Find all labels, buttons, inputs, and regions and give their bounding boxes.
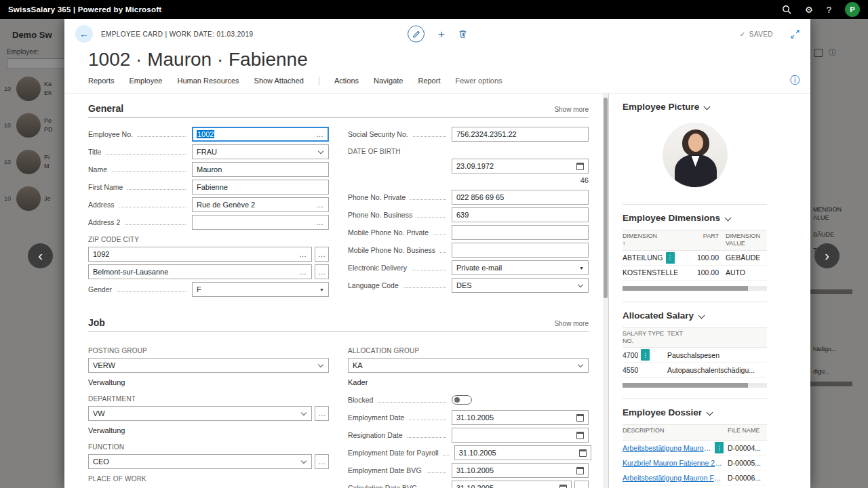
address-input[interactable]: Rue de Genève 2… [192,197,329,212]
field-allocation-group: KA [348,358,589,373]
function-lookup-button[interactable]: … [315,454,329,469]
department-input[interactable]: VW [88,406,312,421]
profile-avatar[interactable]: P [845,2,860,17]
phone-private-input[interactable]: 022 856 69 65 [452,190,589,205]
calendar-icon[interactable] [559,485,567,488]
help-icon[interactable]: ? [827,5,831,14]
dossier-row[interactable]: Arbeitsbestätigung Mauron Fa... D-00006.… [623,470,767,485]
new-button[interactable]: + [438,27,445,41]
calendar-icon[interactable] [579,449,587,457]
function-input[interactable]: CEO [88,454,312,469]
allocation-group-input[interactable]: KA [348,358,589,373]
delete-button[interactable] [458,30,467,39]
dossier-row[interactable]: Arbeitsbestätigung Mauron Fa...⋮ D-00004… [623,441,767,455]
employee-photo[interactable] [663,123,728,188]
scrollbar-thumb[interactable] [604,98,608,298]
edit-button[interactable] [408,26,425,43]
dossier-link[interactable]: Kurzbrief Mauron Fabienne 28... [623,459,724,467]
employee-no-input[interactable]: 1002… [192,127,329,142]
employment-date-input[interactable]: 31.10.2005 [452,410,589,425]
gender-select[interactable]: F▼ [192,282,329,297]
city-lookup-button[interactable]: … [315,264,329,279]
next-record-button[interactable]: › [814,243,840,268]
assist-edit-icon[interactable]: … [299,250,307,258]
phone-business-input[interactable]: 639 [452,207,589,222]
menu-fewer-options[interactable]: Fewer options [455,77,502,85]
social-security-input[interactable]: 756.2324.2351.22 [452,127,589,142]
search-icon[interactable] [782,5,791,14]
horizontal-scrollbar[interactable] [623,286,767,291]
employee-picture-header[interactable]: Employee Picture [623,102,767,112]
blocked-toggle[interactable] [452,395,472,405]
employment-date-payroll-input[interactable]: 31.10.2005 [454,445,591,460]
dropdown-triangle-icon[interactable]: ▼ [319,287,324,292]
calendar-icon[interactable] [576,414,584,422]
scrollbar-thumb[interactable] [623,286,748,291]
employment-date-bvg-input[interactable]: 31.10.2005 [452,463,589,478]
dimension-row[interactable]: KOSTENSTELLE 100.00 AUTO [623,266,767,281]
zip-lookup-button[interactable]: … [315,247,329,262]
show-more-link[interactable]: Show more [554,320,589,327]
department-lookup-button[interactable]: … [315,406,329,421]
previous-record-button[interactable]: ‹ [28,243,53,268]
zip-input[interactable]: 1092… [88,247,312,262]
salary-row[interactable]: 4700⋮ Pauschalspesen [623,348,767,363]
assist-edit-icon[interactable]: … [299,268,307,276]
chevron-down-icon[interactable] [578,361,583,367]
posting-group-input[interactable]: VERW [88,358,329,373]
title-input[interactable]: FRAU [192,144,329,159]
menu-actions[interactable]: Actions [334,77,359,85]
assist-edit-icon[interactable]: … [316,201,324,209]
menu-employee[interactable]: Employee [130,77,163,85]
city-input[interactable]: Belmont-sur-Lausanne… [88,264,312,279]
menu-show-attached[interactable]: Show Attached [254,77,304,85]
back-button[interactable]: ← [75,25,93,43]
calculation-date-bvg-assist-button[interactable]: … [574,481,589,488]
calendar-icon[interactable] [576,163,584,170]
menu-human-resources[interactable]: Human Resources [177,77,239,85]
dotted-leader [127,189,186,190]
employee-dimensions-header[interactable]: Employee Dimensions [623,213,767,223]
scrollbar-thumb[interactable] [623,383,748,388]
chevron-down-icon[interactable] [301,458,307,463]
electronic-delivery-select[interactable]: Private e-mail▼ [452,260,589,275]
assist-edit-icon[interactable]: … [316,218,324,226]
field-blocked: Blocked [348,392,589,407]
salary-row[interactable]: 4550 Autopauschalentschädigu... [623,363,767,378]
dimension-row[interactable]: ABTEILUNG⋮ 100.00 GEBÄUDE [623,251,767,266]
allocated-salary-header[interactable]: Allocated Salary [623,310,767,321]
menu-report[interactable]: Report [418,77,440,85]
row-menu-button[interactable]: ⋮ [666,252,675,264]
calendar-icon[interactable] [576,467,584,474]
dropdown-triangle-icon[interactable]: ▼ [579,266,584,270]
calendar-icon[interactable] [576,432,584,439]
dossier-link[interactable]: Arbeitsbestätigung Mauron Fa... [623,474,724,482]
chevron-down-icon[interactable] [318,361,323,367]
employee-dossier-header[interactable]: Employee Dossier [623,407,767,418]
chevron-down-icon[interactable] [301,409,307,415]
menu-reports[interactable]: Reports [88,77,115,85]
vertical-scrollbar[interactable] [603,94,608,488]
dossier-link[interactable]: Arbeitsbestätigung Mauron Fa... [623,444,712,452]
assist-edit-icon[interactable]: … [316,130,324,138]
menu-navigate[interactable]: Navigate [374,77,403,85]
expand-icon[interactable] [791,30,800,39]
show-more-link[interactable]: Show more [554,106,589,113]
row-menu-button[interactable]: ⋮ [715,442,724,453]
resignation-date-input[interactable] [452,428,589,443]
language-code-input[interactable]: DES [452,278,589,293]
gear-icon[interactable]: ⚙ [805,5,813,14]
first-name-input[interactable]: Fabienne [192,180,329,195]
row-menu-button[interactable]: ⋮ [641,349,650,361]
address2-input[interactable]: … [192,215,329,230]
date-of-birth-input[interactable]: 23.09.1972 [452,159,589,174]
chevron-down-icon[interactable] [318,148,323,153]
chevron-down-icon[interactable] [578,281,583,287]
name-input[interactable]: Mauron [192,162,329,177]
mobile-business-input[interactable] [452,243,589,258]
calculation-date-bvg-input[interactable]: 31.10.2005 [452,481,572,488]
info-icon[interactable]: ⓘ [790,75,800,87]
mobile-private-input[interactable] [452,225,589,240]
dossier-row[interactable]: Kurzbrief Mauron Fabienne 28... D-00005.… [623,455,767,470]
horizontal-scrollbar[interactable] [623,383,767,388]
